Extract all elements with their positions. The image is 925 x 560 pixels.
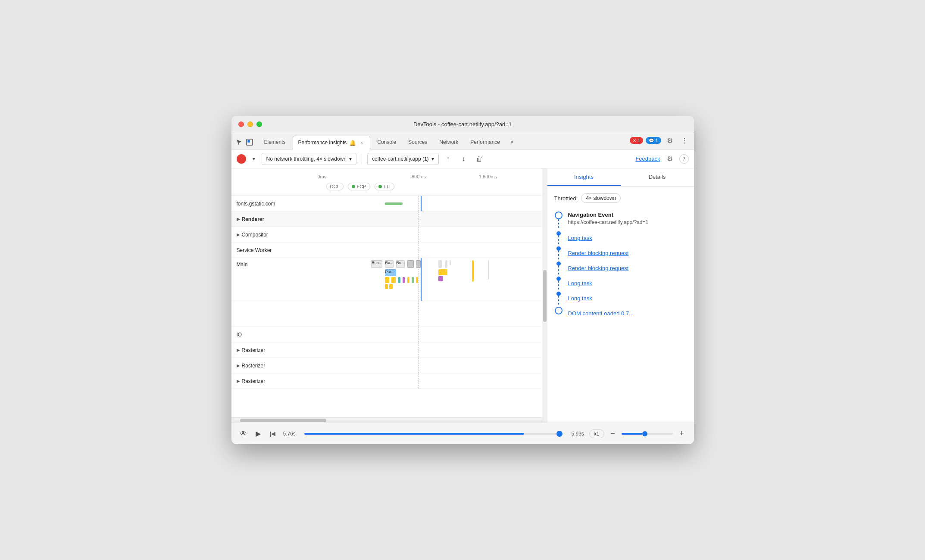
vertical-scrollbar[interactable] bbox=[542, 168, 547, 423]
timeline-scrubber[interactable] bbox=[304, 433, 563, 435]
cursor-icon[interactable] bbox=[235, 138, 244, 146]
record-dropdown-icon[interactable]: ▾ bbox=[250, 155, 258, 163]
gray-right-2 bbox=[445, 260, 447, 268]
minimize-button[interactable] bbox=[247, 121, 253, 127]
expand-icon: ▶ bbox=[237, 217, 240, 221]
close-button[interactable] bbox=[238, 121, 244, 127]
tti-badge: TTI bbox=[375, 183, 395, 190]
download-button[interactable]: ↓ bbox=[458, 153, 470, 165]
zoom-level: x1 bbox=[589, 429, 604, 438]
more-options-icon[interactable]: ⋮ bbox=[678, 134, 691, 146]
row-label-compositor[interactable]: ▶ Compositor bbox=[231, 232, 318, 238]
throttle-dropdown[interactable]: No network throttling, 4× slowdown ▾ bbox=[262, 153, 356, 165]
track-main: Run... Ru... Ru... Par... bbox=[318, 258, 542, 301]
row-label-io: IO bbox=[231, 332, 318, 338]
zoom-track bbox=[622, 433, 642, 435]
zoom-thumb[interactable] bbox=[642, 431, 647, 436]
eye-icon[interactable]: 👁 bbox=[238, 429, 249, 439]
row-content-fonts bbox=[318, 196, 542, 211]
tab-elements[interactable]: Elements bbox=[259, 135, 291, 149]
run-block-2: Ru... bbox=[385, 260, 394, 268]
horizontal-scrollbar[interactable] bbox=[231, 417, 542, 423]
dashed-marker bbox=[419, 212, 419, 227]
long-task-link-1[interactable]: Long task bbox=[568, 231, 592, 245]
dashed-5 bbox=[558, 296, 559, 305]
timeline-line-1 bbox=[554, 231, 563, 244]
gear-icon[interactable]: ⚙ bbox=[664, 153, 676, 165]
purple-mid bbox=[438, 276, 443, 281]
tab-details[interactable]: Details bbox=[621, 168, 694, 186]
record-button[interactable] bbox=[237, 154, 246, 164]
render-block-link-1[interactable]: Render blocking request bbox=[568, 246, 629, 260]
h-scroll-thumb bbox=[240, 419, 326, 422]
sm-yellow-2 bbox=[389, 284, 393, 289]
track-sw bbox=[318, 243, 542, 258]
maximize-button[interactable] bbox=[256, 121, 262, 127]
inspect-icon[interactable] bbox=[245, 138, 254, 146]
long-task-link-3[interactable]: Long task bbox=[568, 292, 592, 305]
target-dropdown[interactable]: coffee-cart.netlify.app (1) ▾ bbox=[367, 153, 439, 165]
error-icon: ✕ bbox=[633, 138, 636, 143]
upload-button[interactable]: ↑ bbox=[442, 153, 454, 165]
table-row: Service Worker bbox=[231, 243, 542, 258]
zoom-in-button[interactable]: + bbox=[677, 429, 687, 439]
row-label-main: Main bbox=[231, 258, 318, 268]
dashed-marker bbox=[419, 327, 419, 342]
timeline-line-3 bbox=[554, 261, 563, 274]
bullet-3 bbox=[556, 261, 561, 266]
row-label-rasterizer-1[interactable]: ▶ Rasterizer bbox=[231, 347, 318, 353]
row-label-rasterizer-3[interactable]: ▶ Rasterizer bbox=[231, 378, 318, 384]
insight-item-long-task-1: Long task bbox=[554, 231, 687, 245]
nav-event-url: https://coffee-cart.netlify.app/?ad=1 bbox=[568, 219, 649, 225]
tab-performance-insights[interactable]: Performance insights 🔔 × bbox=[293, 136, 371, 149]
insight-item-long-task-3: Long task bbox=[554, 292, 687, 305]
nav-event-container: Navigation Event https://coffee-cart.net… bbox=[554, 212, 687, 228]
more-tabs-button[interactable]: » bbox=[507, 137, 517, 149]
row-label-rasterizer-2[interactable]: ▶ Rasterizer bbox=[231, 363, 318, 369]
tab-sources[interactable]: Sources bbox=[403, 135, 432, 149]
error-badge[interactable]: ✕ 1 bbox=[630, 137, 643, 144]
tab-performance[interactable]: Performance bbox=[465, 135, 505, 149]
ruler-markers: 0ms 800ms 1,600ms bbox=[318, 168, 542, 181]
dashed-marker bbox=[419, 301, 419, 327]
long-task-link-2[interactable]: Long task bbox=[568, 277, 592, 290]
marker-1600ms: 1,600ms bbox=[479, 174, 497, 179]
title-bar: DevTools - coffee-cart.netlify.app/?ad=1 bbox=[231, 116, 694, 133]
track-rast-1 bbox=[318, 342, 542, 358]
tab-bar-right: ✕ 1 💬 1 ⚙ ⋮ bbox=[630, 134, 690, 149]
zoom-out-button[interactable]: − bbox=[608, 429, 618, 439]
row-content-io bbox=[318, 327, 542, 342]
tab-insights[interactable]: Insights bbox=[547, 168, 621, 186]
dashed-marker bbox=[419, 243, 419, 258]
tab-close-icon[interactable]: × bbox=[359, 140, 365, 146]
row-content-rasterizer-1 bbox=[318, 342, 542, 358]
row-label-renderer[interactable]: ▶ Renderer bbox=[231, 216, 318, 222]
help-icon[interactable]: ? bbox=[679, 154, 689, 164]
throttle-badge: 4× slowdown bbox=[581, 193, 621, 203]
track-compositor bbox=[318, 227, 542, 242]
par-block: Par... bbox=[385, 269, 396, 276]
svg-rect-1 bbox=[248, 140, 250, 142]
render-block-link-2[interactable]: Render blocking request bbox=[568, 261, 629, 275]
skip-start-button[interactable]: |◀ bbox=[268, 429, 278, 439]
nav-event-title: Navigation Event bbox=[568, 212, 649, 218]
dashed-connector bbox=[558, 219, 559, 228]
settings-icon[interactable]: ⚙ bbox=[664, 134, 676, 146]
window-title: DevTools - coffee-cart.netlify.app/?ad=1 bbox=[413, 121, 512, 128]
timeline-ruler: 0ms 800ms 1,600ms DCL FCP bbox=[318, 168, 542, 192]
scrubber-thumb[interactable] bbox=[556, 431, 562, 437]
tab-network[interactable]: Network bbox=[434, 135, 463, 149]
timeline-header: 0ms 800ms 1,600ms DCL FCP bbox=[231, 168, 542, 196]
info-badge[interactable]: 💬 1 bbox=[646, 137, 661, 144]
dom-loaded-link[interactable]: DOM contentLoaded 0.7... bbox=[568, 307, 634, 320]
track-fonts bbox=[318, 196, 542, 211]
table-row bbox=[231, 301, 542, 327]
tab-console[interactable]: Console bbox=[372, 135, 401, 149]
yellow-far bbox=[472, 260, 474, 282]
feedback-link[interactable]: Feedback bbox=[635, 156, 660, 162]
toolbar-left bbox=[235, 138, 254, 149]
delete-button[interactable]: 🗑 bbox=[473, 153, 485, 165]
zoom-slider[interactable] bbox=[622, 433, 673, 435]
play-button[interactable]: ▶ bbox=[253, 429, 263, 439]
scrubber-track bbox=[304, 433, 524, 435]
